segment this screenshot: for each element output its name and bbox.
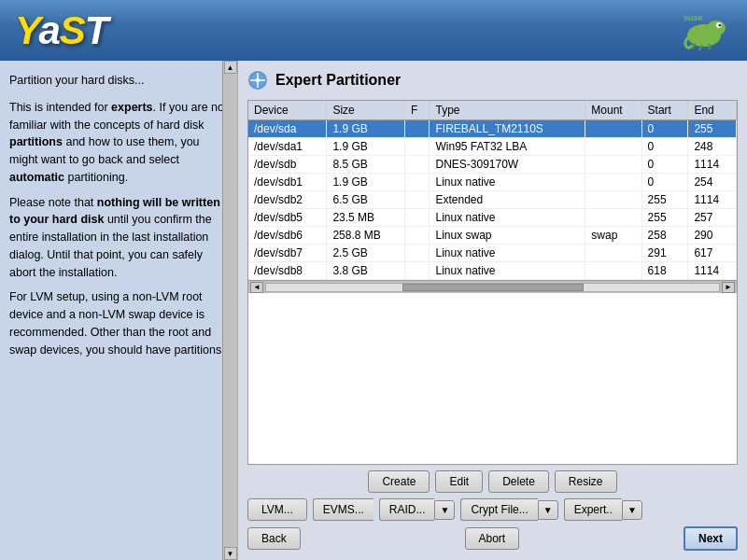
table-cell — [585, 245, 641, 262]
table-cell: /dev/sda1 — [248, 138, 327, 156]
back-button[interactable]: Back — [247, 527, 301, 550]
table-cell — [405, 191, 430, 209]
scroll-thumb[interactable] — [402, 284, 584, 291]
scroll-left-button[interactable]: ◄ — [250, 282, 263, 293]
table-cell: 0 — [641, 120, 688, 138]
table-cell: 258 — [641, 227, 688, 245]
table-cell: 6.5 GB — [327, 191, 405, 209]
table-cell: 258.8 MB — [327, 227, 405, 245]
left-panel-para3: For LVM setup, using a non-LVM root devi… — [9, 288, 228, 358]
table-cell: 248 — [688, 138, 737, 156]
table-row[interactable]: /dev/sdb83.8 GBLinux native6181114 — [248, 262, 737, 280]
col-device: Device — [248, 101, 327, 120]
table-horizontal-scrollbar[interactable]: ◄ ► — [248, 280, 737, 293]
evms-dropdown[interactable]: EVMS... — [313, 498, 374, 521]
col-f: F — [405, 101, 430, 120]
table-cell — [405, 262, 430, 280]
table-cell: 255 — [688, 120, 737, 138]
table-cell: /dev/sdb2 — [248, 191, 327, 209]
right-panel: Expert Partitioner Device Size F Type Mo… — [238, 61, 747, 560]
table-cell: Linux swap — [430, 227, 585, 245]
suse-logo: suse — [676, 9, 732, 51]
svg-text:suse: suse — [684, 13, 703, 22]
table-cell: 255 — [641, 191, 688, 209]
expert-dropdown[interactable]: Expert.. ▼ — [564, 498, 642, 521]
edit-button[interactable]: Edit — [435, 470, 483, 493]
table-cell — [405, 120, 430, 138]
raid-dropdown[interactable]: RAID... ▼ — [379, 498, 456, 521]
table-row[interactable]: /dev/sdb8.5 GBDNES-309170W01114 — [248, 156, 737, 174]
scroll-track[interactable] — [265, 283, 720, 292]
table-cell: Extended — [430, 191, 585, 209]
table-row[interactable]: /dev/sdb11.9 GBLinux native0254 — [248, 174, 737, 191]
table-cell: /dev/sdb5 — [248, 209, 327, 227]
scroll-down-button[interactable]: ▼ — [224, 547, 237, 560]
table-cell: Linux native — [430, 174, 585, 191]
main-layout: Partition your hard disks... This is int… — [0, 61, 747, 560]
table-cell: 1114 — [688, 262, 737, 280]
evms-button[interactable]: EVMS... — [313, 498, 374, 521]
table-cell: 1.9 GB — [327, 138, 405, 156]
header: YaST suse — [0, 0, 747, 61]
delete-button[interactable]: Delete — [488, 470, 549, 493]
table-cell — [405, 245, 430, 262]
table-cell — [585, 191, 641, 209]
table-cell: 255 — [641, 209, 688, 227]
col-mount: Mount — [585, 101, 641, 120]
table-cell: Linux native — [430, 262, 585, 280]
resize-button[interactable]: Resize — [555, 470, 617, 493]
table-cell: DNES-309170W — [430, 156, 585, 174]
left-panel-para1: This is intended for experts. If you are… — [9, 99, 228, 187]
scroll-up-button[interactable]: ▲ — [224, 61, 237, 74]
table-cell — [405, 174, 430, 191]
svg-point-1 — [707, 21, 726, 35]
table-row[interactable]: /dev/sdb26.5 GBExtended2551114 — [248, 191, 737, 209]
table-cell: 1.9 GB — [327, 120, 405, 138]
col-end: End — [688, 101, 737, 120]
expert-dropdown-arrow[interactable]: ▼ — [622, 500, 642, 520]
crypt-button[interactable]: Crypt File... — [460, 498, 537, 521]
table-row[interactable]: /dev/sda11.9 GBWin95 FAT32 LBA0248 — [248, 138, 737, 156]
left-panel: Partition your hard disks... This is int… — [0, 61, 238, 560]
table-cell — [585, 262, 641, 280]
table-cell: /dev/sda — [248, 120, 327, 138]
left-panel-title: Partition your hard disks... — [9, 72, 228, 90]
scroll-right-button[interactable]: ► — [722, 282, 735, 293]
crypt-dropdown-arrow[interactable]: ▼ — [538, 500, 558, 520]
table-cell: 618 — [641, 262, 688, 280]
table-cell: 3.8 GB — [327, 262, 405, 280]
partition-table-body[interactable]: /dev/sda1.9 GBFIREBALL_TM2110S0255/dev/s… — [248, 120, 737, 280]
yast-logo: YaST — [15, 8, 108, 53]
table-cell: Linux native — [430, 245, 585, 262]
abort-button[interactable]: Abort — [465, 527, 520, 550]
left-panel-scrollbar[interactable]: ▲ ▼ — [222, 61, 237, 560]
table-row[interactable]: /dev/sdb72.5 GBLinux native291617 — [248, 245, 737, 262]
table-cell: /dev/sdb — [248, 156, 327, 174]
next-button[interactable]: Next — [684, 526, 738, 551]
col-start: Start — [641, 101, 688, 120]
left-panel-para2: Please note that nothing will be written… — [9, 194, 228, 282]
raid-dropdown-arrow[interactable]: ▼ — [434, 500, 455, 520]
table-cell: 254 — [688, 174, 737, 191]
table-cell — [405, 156, 430, 174]
table-cell: /dev/sdb8 — [248, 262, 327, 280]
svg-point-12 — [256, 78, 260, 82]
col-type: Type — [430, 101, 585, 120]
lvm-button[interactable]: LVM... — [247, 498, 307, 521]
table-row[interactable]: /dev/sdb523.5 MBLinux native255257 — [248, 209, 737, 227]
table-row[interactable]: /dev/sdb6258.8 MBLinux swapswap258290 — [248, 227, 737, 245]
table-row[interactable]: /dev/sda1.9 GBFIREBALL_TM2110S0255 — [248, 120, 737, 138]
expert-button[interactable]: Expert.. — [564, 498, 622, 521]
table-cell: 1114 — [688, 156, 737, 174]
crypt-dropdown[interactable]: Crypt File... ▼ — [460, 498, 557, 521]
svg-point-3 — [718, 24, 721, 27]
table-cell: Linux native — [430, 209, 585, 227]
table-cell — [585, 138, 641, 156]
panel-title-text: Expert Partitioner — [275, 72, 401, 89]
table-cell: /dev/sdb7 — [248, 245, 327, 262]
table-cell: 257 — [688, 209, 737, 227]
create-button[interactable]: Create — [368, 470, 430, 493]
table-cell: 291 — [641, 245, 688, 262]
table-cell: 290 — [688, 227, 737, 245]
raid-button[interactable]: RAID... — [379, 498, 435, 521]
